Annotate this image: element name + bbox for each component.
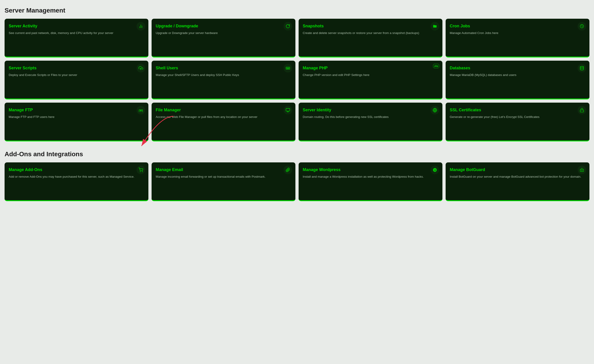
card-databases-title: Databases [450,66,585,71]
card-databases-desc: Manage MariaDB (MySQL) databases and use… [450,73,585,77]
card-manage-botguard-title: Manage BotGuard [450,167,585,172]
card-file-manager-desc: Access our Web File Manager or pull file… [156,115,291,119]
card-manage-addons-title: Manage Add-Ons [9,167,144,172]
svg-rect-5 [286,67,290,69]
card-upgrade-downgrade[interactable]: Upgrade / Downgrade Upgrade or Downgrade… [152,19,295,58]
wordpress-icon [431,165,439,174]
card-manage-php-title: Manage PHP [303,66,438,71]
globe-icon [431,106,439,114]
card-manage-botguard[interactable]: Manage BotGuard Install BotGuard on your… [446,162,589,201]
card-server-identity-desc: Domain routing. Do this before generatin… [303,115,438,119]
card-manage-email[interactable]: Manage Email Manage incoming email forwa… [152,162,295,201]
card-cron-jobs-title: Cron Jobs [450,24,585,28]
card-file-manager-title: File Manager [156,108,291,113]
card-snapshots-desc: Create and delete server snapshots or re… [303,31,438,35]
clock-icon [578,22,586,31]
cart-icon [136,165,145,174]
keyboard-icon [284,64,292,73]
card-manage-email-desc: Manage incoming email forwarding or set … [156,174,291,179]
server-management-section: Server Management Server Activity See cu… [5,7,589,141]
card-snapshots[interactable]: Snapshots Create and delete server snaps… [299,19,442,58]
card-shell-users-title: Shell Users [156,66,291,71]
robot-icon [578,165,586,174]
card-server-identity-title: Server Identity [303,108,438,113]
card-manage-ftp-desc: Manage FTP and FTP users here [9,115,144,119]
bar-chart-icon [136,22,145,31]
card-file-manager[interactable]: File Manager Access our Web File Manager… [152,103,295,141]
card-databases[interactable]: Databases Manage MariaDB (MySQL) databas… [446,61,589,99]
card-manage-addons-desc: Add or remove Add-Ons you may have purch… [9,174,144,179]
card-cron-jobs-desc: Manage Automated Cron Jobs here [450,31,585,35]
svg-rect-20 [580,110,584,112]
card-manage-ftp[interactable]: Manage FTP Manage FTP and FTP users here [5,103,148,141]
svg-rect-15 [286,109,290,111]
server-management-title: Server Management [5,7,589,14]
card-manage-botguard-desc: Install BotGuard on your server and mana… [450,174,585,179]
lock-icon [578,106,586,114]
upload-arrow-icon [136,64,145,73]
card-upgrade-downgrade-desc: Upgrade or Downgrade your server hardwar… [156,31,291,35]
upload-icon [136,106,145,114]
card-manage-addons[interactable]: Manage Add-Ons Add or remove Add-Ons you… [5,162,148,201]
card-shell-users-desc: Manage your Shell/SFTP Users and deploy … [156,73,291,77]
card-shell-users[interactable]: Shell Users Manage your Shell/SFTP Users… [152,61,295,99]
addons-integrations-grid: Manage Add-Ons Add or remove Add-Ons you… [5,162,589,201]
php-icon: php [433,64,439,68]
svg-rect-24 [580,169,584,172]
svg-point-23 [142,172,143,172]
card-snapshots-title: Snapshots [303,24,438,28]
database-icon [578,64,586,73]
card-manage-ftp-title: Manage FTP [9,108,144,113]
card-server-identity[interactable]: Server Identity Domain routing. Do this … [299,103,442,141]
paperclip-icon [284,165,292,174]
card-manage-email-title: Manage Email [156,167,291,172]
card-server-scripts-title: Server Scripts [9,66,144,71]
card-server-activity-title: Server Activity [9,24,144,28]
folder-icon [431,22,439,31]
card-manage-wordpress[interactable]: Manage Wordpress Install and manage a Wo… [299,162,442,201]
card-manage-wordpress-desc: Install and manage a Wordpress installat… [303,174,438,179]
card-ssl-certificates-desc: Generate or re-generate your (free) Let'… [450,115,585,119]
refresh-icon [284,22,292,31]
monitor-icon [284,106,292,114]
card-server-scripts-desc: Deploy and Execute Scripts or Files to y… [9,73,144,77]
svg-point-26 [582,168,582,168]
card-manage-wordpress-title: Manage Wordpress [303,167,438,172]
card-server-scripts[interactable]: Server Scripts Deploy and Execute Script… [5,61,148,99]
svg-point-11 [580,66,584,67]
addons-integrations-title: Add-Ons and Integrations [5,151,589,158]
card-ssl-certificates[interactable]: SSL Certificates Generate or re-generate… [446,103,589,141]
card-server-activity-desc: See current and past network, disk, memo… [9,31,144,35]
server-management-grid: Server Activity See current and past net… [5,19,589,141]
card-upgrade-downgrade-title: Upgrade / Downgrade [156,24,291,28]
card-ssl-certificates-title: SSL Certificates [450,108,585,113]
card-manage-php[interactable]: php Manage PHP Change PHP version and ed… [299,61,442,99]
addons-integrations-section: Add-Ons and Integrations Manage Add-Ons … [5,151,589,201]
card-cron-jobs[interactable]: Cron Jobs Manage Automated Cron Jobs her… [446,19,589,58]
card-manage-php-desc: Change PHP version and edit PHP Settings… [303,73,438,77]
svg-point-22 [140,172,141,172]
card-server-activity[interactable]: Server Activity See current and past net… [5,19,148,58]
